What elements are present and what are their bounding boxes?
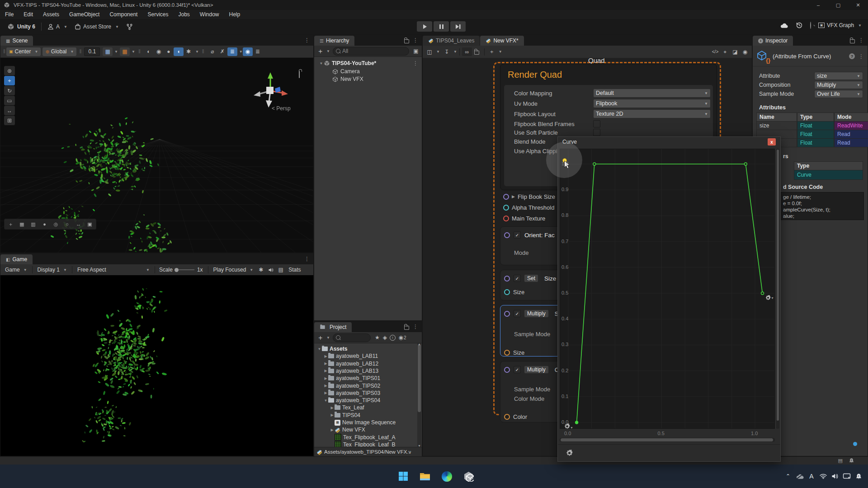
project-item-ayatoweb-tips03[interactable]: ▶ayatoweb_TIPS03 (314, 389, 422, 397)
overlay-grid-icon[interactable]: ▦ (17, 220, 27, 228)
curve-plot[interactable] (560, 149, 775, 429)
play-focused-dropdown[interactable]: Play Focused▼ (211, 266, 256, 274)
scene-overlay-toggle[interactable]: ≣ (253, 47, 263, 56)
scene-lighting-toggle[interactable]: ◐ (144, 47, 154, 56)
menu-edit[interactable]: Edit (19, 10, 38, 19)
search-button[interactable] (810, 22, 811, 28)
port-icon[interactable] (503, 216, 509, 221)
overlay-move-icon[interactable]: ＋ (5, 220, 16, 228)
expander-icon[interactable]: ▶ (512, 194, 515, 199)
hierarchy-add-caret-icon[interactable]: ▼ (326, 49, 330, 53)
pause-button[interactable] (434, 21, 449, 32)
wifi-icon[interactable] (817, 467, 829, 485)
volume-icon[interactable] (829, 467, 841, 485)
project-label-button[interactable]: ◈ (381, 333, 389, 342)
scene-effects-toggle[interactable]: ● (164, 47, 174, 56)
vfx-lock-toggle[interactable] (472, 47, 482, 56)
scale-slider-handle[interactable] (175, 268, 179, 272)
tab-tips04-leaves[interactable]: TIPS04_Leaves (423, 36, 480, 46)
scene-menu-kebab-icon[interactable]: ⋮ (304, 37, 310, 43)
expand-arrow-icon[interactable]: ▶ (323, 376, 328, 380)
menu-help[interactable]: Help (224, 10, 245, 19)
project-item-ayatoweb-tips04[interactable]: ▼ayatoweb_TIPS04 (314, 397, 422, 404)
row-checkbox[interactable] (593, 120, 600, 127)
project-item-tex-flipbook-leaf-a[interactable]: Tex_Flipbook_Leaf_A (314, 434, 422, 441)
project-item-ayatoweb-lab12[interactable]: ▶ayatoweb_LAB12 (314, 360, 422, 367)
block-enabled-checkbox[interactable]: ✓ (514, 275, 521, 282)
hierarchy-kebab-icon[interactable]: ⋮ (413, 37, 418, 43)
scale-slider[interactable] (175, 268, 194, 272)
menu-component[interactable]: Component (104, 10, 142, 19)
language-indicator[interactable]: A (806, 467, 817, 485)
project-preset-button[interactable]: ★ (373, 333, 381, 342)
project-kebab-icon[interactable]: ⋮ (413, 324, 418, 330)
curve-close-button[interactable]: x (768, 138, 776, 145)
cloud-icon[interactable] (780, 22, 788, 28)
tab-inspector[interactable]: i Inspector (753, 36, 793, 46)
project-alert-button[interactable]: ! (389, 333, 396, 342)
tray-chevron-icon[interactable]: ⌃ (782, 467, 794, 485)
block-enabled-checkbox[interactable]: ✓ (514, 310, 521, 317)
edge-browser-button[interactable] (438, 467, 456, 485)
play-button[interactable] (417, 21, 432, 32)
project-item-new-image-sequence[interactable]: ▦New Image Sequence (314, 419, 422, 426)
import-caret-icon[interactable]: ▼ (453, 50, 457, 54)
account-dropdown[interactable]: A▼ (44, 22, 71, 31)
scene-debug-toggle[interactable]: ✱ (184, 47, 193, 56)
node-port-flip-book-size[interactable]: ▶Flip Book Size (503, 192, 555, 201)
minimize-button[interactable]: – (808, 0, 828, 10)
vfx-attach-button[interactable]: ⌖ (720, 47, 730, 56)
game-target-dropdown[interactable]: Game▼ (2, 266, 30, 274)
inspector-header-kebab-icon[interactable]: ⋮ (859, 53, 864, 60)
console-icon[interactable]: ▤ (838, 458, 843, 464)
gizmo-lock-icon[interactable] (299, 71, 300, 78)
expand-arrow-icon[interactable]: ▶ (323, 384, 328, 388)
hierarchy-scene-row[interactable]: ▼TIPS04-YouTube*⋮ (314, 60, 422, 67)
project-hidden-count-button[interactable]: ◉2 (396, 333, 408, 342)
block-port-size[interactable]: Size (504, 348, 524, 357)
node-port-alpha-threshold[interactable]: Alpha Threshold (503, 203, 554, 212)
menu-jobs[interactable]: Jobs (173, 10, 194, 19)
transform-tool[interactable]: ⊞ (4, 116, 15, 125)
vfx-code-preview-button[interactable]: </> (710, 47, 720, 56)
curve-hscrollbar[interactable] (560, 438, 775, 442)
port-icon[interactable] (504, 289, 510, 295)
expand-arrow-icon[interactable]: ▶ (330, 413, 335, 417)
grid-visibility-button[interactable]: ▦ (103, 47, 113, 56)
field-value-dropdown[interactable]: Multiply▼ (814, 81, 863, 89)
port-icon[interactable] (504, 414, 510, 420)
curve-titlebar[interactable]: Curve x (558, 137, 780, 147)
scale-tool[interactable]: ↔ (4, 106, 15, 115)
undo-history-icon[interactable] (796, 22, 803, 29)
save-caret-icon[interactable]: ▼ (436, 50, 440, 54)
block-enabled-checkbox[interactable]: ✓ (514, 231, 521, 239)
expand-arrow-icon[interactable]: ▶ (330, 428, 335, 432)
field-value-dropdown[interactable]: Over Life▼ (814, 90, 863, 98)
expand-arrow-icon[interactable]: ▶ (323, 354, 328, 358)
tool-handle-rotation-dropdown[interactable]: ⊕ Global▼ (42, 47, 76, 56)
project-item-tips04[interactable]: ▶TIPS04 (314, 412, 422, 419)
start-button[interactable] (394, 467, 412, 485)
version-control-button[interactable] (123, 22, 137, 32)
project-search-input[interactable] (333, 333, 371, 342)
block-port-color[interactable]: Color (504, 412, 527, 421)
scene-kebab-icon[interactable]: ⋮ (413, 60, 418, 66)
curve-canvas[interactable] (560, 149, 774, 428)
inspector-lock-icon[interactable] (850, 39, 855, 43)
vfx-blackboard-eye-button[interactable]: ◉ (740, 47, 750, 56)
project-item-tex-flipbook-leaf-b[interactable]: Tex_Flipbook_Leaf_B (314, 441, 422, 447)
vfx-link-toggle[interactable]: ∞ (462, 47, 472, 56)
project-item-ayatoweb-lab13[interactable]: ▶ayatoweb_LAB13 (314, 367, 422, 375)
project-add-caret-icon[interactable]: ▼ (326, 336, 330, 340)
expand-arrow-icon[interactable]: ▼ (323, 399, 328, 403)
help-icon[interactable]: ? (849, 53, 855, 59)
curve-vscrollbar[interactable] (776, 149, 779, 429)
vfx-shader-debug-button[interactable]: ◪ (730, 47, 740, 56)
block-port-icon[interactable] (504, 232, 510, 238)
hierarchy-picker-button[interactable]: ▣ (412, 47, 420, 56)
notification-bell-icon[interactable] (849, 458, 854, 464)
row-value-dropdown[interactable]: Texture 2D▼ (593, 109, 711, 118)
port-icon[interactable] (503, 205, 509, 211)
mute-audio-button[interactable] (266, 266, 276, 274)
hierarchy-item-camera[interactable]: Camera (314, 68, 422, 75)
